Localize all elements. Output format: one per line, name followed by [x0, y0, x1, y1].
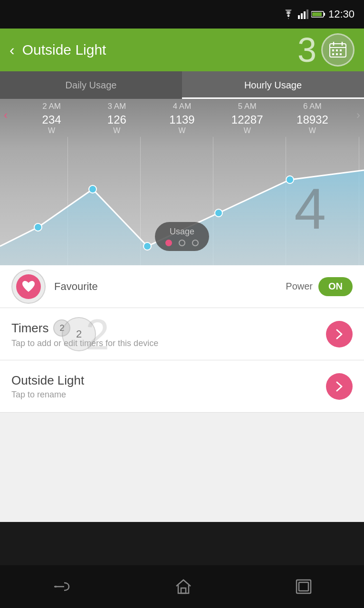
- favourite-row: 1 Favourite Power ON: [0, 265, 364, 308]
- dot-inactive-2[interactable]: [192, 240, 199, 246]
- hour-col-2: 4 AM 1139 W: [149, 99, 214, 135]
- svg-point-18: [89, 185, 96, 193]
- svg-rect-1: [301, 13, 303, 19]
- hour-col-0: 2 AM 234 W: [19, 99, 84, 135]
- hour-col-1: 3 AM 126 W: [84, 99, 149, 135]
- calendar-icon: [329, 41, 347, 59]
- chart-dots-row: [165, 240, 199, 246]
- toolbar: ‹ Outside Light 3: [0, 29, 364, 71]
- svg-rect-15: [336, 53, 338, 55]
- svg-rect-11: [332, 49, 334, 51]
- status-bar: 12:30: [0, 0, 364, 29]
- timers-subtitle: Tap to add or edit timers for this devic…: [11, 338, 326, 348]
- chart-nav-right[interactable]: ›: [356, 108, 360, 122]
- svg-rect-3: [307, 10, 308, 19]
- status-icons: 12:30: [282, 8, 354, 20]
- power-label: Power: [286, 281, 313, 292]
- nav-home-button[interactable]: [175, 579, 192, 595]
- svg-point-20: [215, 209, 222, 217]
- svg-point-21: [286, 176, 294, 183]
- svg-rect-12: [336, 49, 338, 51]
- back-button[interactable]: ‹: [10, 42, 15, 58]
- chart-nav-left[interactable]: ‹: [4, 108, 8, 122]
- hour-col-4: 6 AM 18932 W: [280, 99, 345, 135]
- rename-info: Outside Light Tap to rename: [11, 373, 326, 400]
- timer-count-badge: 2: [76, 328, 82, 340]
- timers-arrow-button[interactable]: [326, 321, 353, 347]
- bottom-nav: [0, 565, 364, 608]
- timer-count-circle: 2: [62, 317, 96, 351]
- page-title: Outside Light: [22, 42, 297, 58]
- svg-rect-5: [324, 13, 325, 16]
- nav-recent-button[interactable]: [295, 579, 312, 595]
- power-state: ON: [328, 281, 343, 292]
- svg-rect-14: [332, 53, 334, 55]
- recent-icon: [295, 579, 312, 595]
- svg-point-19: [144, 242, 151, 250]
- chart-usage-indicator: Usage: [155, 222, 209, 251]
- home-icon: [175, 579, 192, 595]
- status-time: 12:30: [328, 8, 354, 20]
- calendar-button[interactable]: [321, 33, 354, 67]
- tab-hourly[interactable]: Hourly Usage: [182, 71, 364, 99]
- svg-rect-6: [312, 12, 322, 16]
- svg-rect-24: [299, 582, 308, 591]
- hour-labels: 2 AM 234 W 3 AM 126 W 4 AM 1139 W 5 AM 1…: [19, 99, 345, 135]
- timers-title: Timers 2: [11, 319, 326, 337]
- timers-row: 2 2 Timers 2 Tap to add or edit timers f…: [0, 308, 364, 360]
- timer-info: Timers 2 Tap to add or edit timers for t…: [11, 319, 326, 348]
- back-nav-icon: [52, 579, 72, 594]
- heart-icon-bg: [16, 274, 41, 299]
- rename-arrow-button[interactable]: [326, 373, 353, 400]
- svg-rect-0: [298, 15, 300, 19]
- svg-rect-16: [340, 53, 342, 55]
- svg-point-17: [34, 223, 42, 231]
- tab-daily[interactable]: Daily Usage: [0, 71, 182, 99]
- chart-big-number: 4: [294, 176, 326, 241]
- heart-icon: [21, 280, 36, 293]
- svg-rect-13: [340, 49, 342, 51]
- hour-col-3: 5 AM 12287 W: [215, 99, 280, 135]
- signal-icon: [298, 10, 308, 19]
- nav-back-button[interactable]: [52, 579, 72, 594]
- day-number: 3: [297, 33, 316, 67]
- svg-rect-22: [181, 588, 186, 593]
- empty-space: [0, 413, 364, 522]
- rename-subtitle: Tap to rename: [11, 390, 326, 400]
- svg-rect-2: [304, 11, 306, 19]
- wifi-icon: [282, 10, 295, 19]
- rename-row: Outside Light Tap to rename: [0, 360, 364, 413]
- arrow-right-icon-2: [333, 380, 345, 393]
- favourite-label: Favourite: [54, 280, 286, 293]
- dot-active[interactable]: [165, 240, 172, 246]
- chart-area: ‹ › 2 AM 234 W 3 AM 126 W 4 AM 1139 W 5 …: [0, 99, 364, 265]
- arrow-right-icon: [333, 328, 345, 340]
- battery-icon: [311, 10, 326, 18]
- dot-inactive-1[interactable]: [179, 240, 185, 246]
- main-content: 1 Favourite Power ON 2 2 Timers 2: [0, 265, 364, 522]
- rename-title: Outside Light: [11, 373, 326, 388]
- tab-bar: Daily Usage Hourly Usage: [0, 71, 364, 99]
- favourite-button[interactable]: [11, 270, 46, 304]
- power-button[interactable]: ON: [318, 277, 353, 296]
